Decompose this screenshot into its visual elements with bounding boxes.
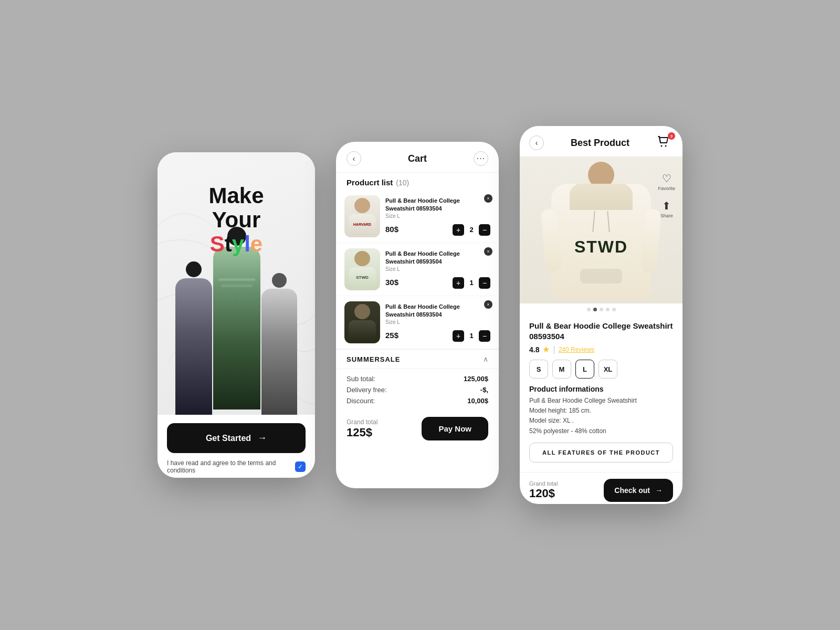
arrow-icon: → [655,486,663,495]
qty-increase-button[interactable]: + [453,277,464,289]
size-m-button[interactable]: M [552,360,571,379]
get-started-label: Get Started [206,434,251,443]
delivery-value: -$, [480,386,488,394]
pay-now-button[interactable]: Pay Now [422,417,488,440]
all-features-button[interactable]: ALL FEATURES OF THE PRODUCT [529,443,673,463]
subtotal-row: Sub total: 125,00$ [346,373,488,384]
checkout-bar: Grand total 120$ Check out → [520,472,682,504]
remove-item-button[interactable]: × [484,194,492,203]
svg-point-0 [661,145,663,147]
checkout-total-value: 120$ [529,487,558,500]
product-info-section: Pull & Bear Hoodie College Sweatshirt 08… [520,316,682,468]
qty-value: 1 [467,332,476,340]
favorite-button[interactable]: ♡ Favorite [658,172,675,191]
qty-value: 2 [467,226,476,234]
cart-summary: Sub total: 125,00$ Delivery free: -$, Di… [336,369,499,411]
product-list-header: Producrt list (10) [336,173,499,190]
qty-increase-button[interactable]: + [453,330,464,342]
cart-total-row: Grand total 125$ Pay Now [336,411,499,449]
phone-1-onboarding: Make Your Style [158,152,315,478]
item-price: 25$ [385,331,398,340]
cart-button[interactable]: 3 [656,134,673,151]
item-size: Size L [385,319,490,325]
promo-label: SUMMERSALE [346,355,400,363]
product-actions: ♡ Favorite ⬆ Share [658,172,675,218]
cart-title: Cart [361,153,474,164]
checkout-total-label: Grand total [529,480,558,487]
style-y: y [232,232,244,256]
qty-decrease-button[interactable]: − [479,224,490,236]
qty-control: + 1 − [453,330,490,342]
back-button[interactable]: ‹ [346,151,361,166]
item-name: Pull & Bear Hoodie CollegeSweatshirt 085… [385,303,490,318]
back-button[interactable]: ‹ [529,135,544,150]
discount-row: Discount: 10,00$ [346,395,488,406]
item-name: Pull & Bear Hoodie CollegeSweatshirt 085… [385,197,490,212]
qty-decrease-button[interactable]: − [479,277,490,289]
title-make: Make [208,184,264,208]
remove-item-button[interactable]: × [484,247,492,256]
size-selector: S M L XL [529,360,673,379]
item-size: Size L [385,213,490,219]
dot[interactable] [612,308,616,311]
qty-decrease-button[interactable]: − [479,330,490,342]
dot[interactable] [587,308,591,311]
qty-control: + 2 − [453,224,490,236]
size-l-button[interactable]: L [575,360,594,379]
terms-row: I have read and agree to the terms and c… [167,459,306,474]
item-image [344,301,380,343]
cart-item: × STWD Pull & Bear Hoodie CollegeSweatsh… [336,243,499,296]
hoodie-brand-text: STWD [574,237,628,257]
item-image: HARVARD [344,195,380,237]
star-icon: ★ [542,344,550,354]
rating-row: 4.8 ★ | 240 Reviews [529,344,673,354]
dot-active[interactable] [593,308,597,311]
item-info: Pull & Bear Hoodie CollegeSweatshirt 085… [385,197,490,236]
item-price: 80$ [385,225,398,234]
image-carousel-dots [520,303,682,316]
more-options-button[interactable]: ··· [474,151,488,166]
grand-total-value: 125$ [346,426,377,439]
style-e: e [250,232,262,256]
delivery-row: Delivery free: -$, [346,384,488,395]
item-price: 30$ [385,278,398,287]
subtotal-value: 125,00$ [464,375,488,383]
arrow-icon: → [257,433,267,444]
product-list-count: (10) [396,178,409,187]
phone-2-cart: ‹ Cart ··· Producrt list (10) × HARVARD … [336,142,499,488]
size-s-button[interactable]: S [529,360,548,379]
size-xl-button[interactable]: XL [598,360,617,379]
svg-point-1 [665,145,667,147]
product-informations: Product informations Pull & Bear Hoodie … [529,385,673,436]
info-line-3: Model size: XL . [529,416,673,426]
item-size: Size L [385,266,490,272]
terms-checkbox[interactable]: ✓ [295,461,306,472]
cart-badge: 3 [668,132,675,140]
reviews-link[interactable]: 240 Reviews [559,346,595,353]
delivery-label: Delivery free: [346,386,387,394]
style-t: t [225,232,232,256]
product-title: Best Product [544,138,656,149]
item-name: Pull & Bear Hoodie CollegeSweatshirt 085… [385,250,490,265]
cart-item: × HARVARD Pull & Bear Hoodie CollegeSwea… [336,190,499,243]
dot[interactable] [606,308,610,311]
qty-value: 1 [467,279,476,287]
onboarding-bottom: Get Started → I have read and agree to t… [158,415,315,478]
style-s: S [210,232,225,256]
product-name: Pull & Bear Hoodie College Sweatshirt 08… [529,321,673,341]
item-image: STWD [344,248,380,290]
subtotal-label: Sub total: [346,375,375,383]
info-line-1: Pull & Bear Hoodie College Sweatshirt [529,396,673,406]
checkout-label: Check out [614,486,650,495]
qty-control: + 1 − [453,277,490,289]
qty-increase-button[interactable]: + [453,224,464,236]
checkout-button[interactable]: Check out → [604,479,673,502]
promo-code-row[interactable]: SUMMERSALE ∧ [336,349,499,369]
remove-item-button[interactable]: × [484,300,492,309]
hero-section: Make Your Style [158,152,315,415]
share-button[interactable]: ⬆ Share [658,200,675,218]
get-started-button[interactable]: Get Started → [167,423,306,453]
cart-item: × Pull & Bear Hoodie CollegeSweatshirt 0… [336,296,499,349]
product-list-label: Producrt list [346,178,393,187]
dot[interactable] [600,308,603,311]
